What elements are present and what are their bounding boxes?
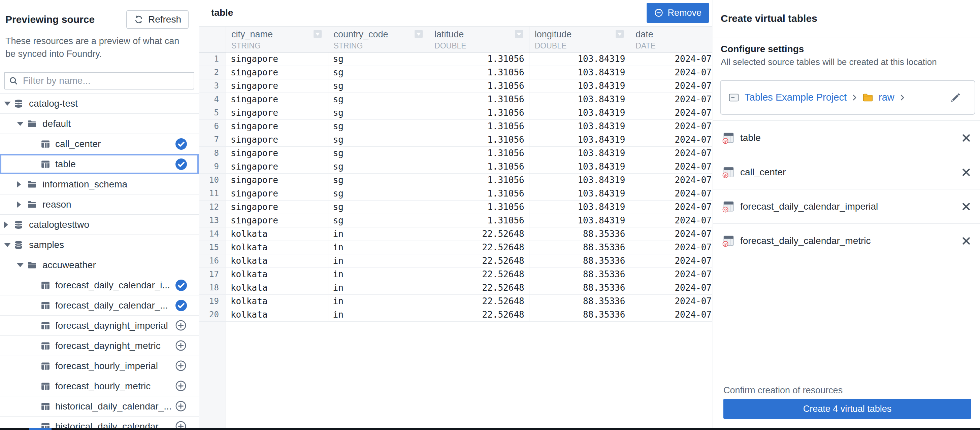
cell-country_code: in: [328, 268, 430, 281]
folder-icon: [862, 92, 873, 103]
tree-item-information-schema[interactable]: information_schema: [0, 174, 199, 194]
table-row: 4singaporesg1.31056103.843192024-07: [199, 93, 712, 106]
cell-longitude: 103.84319: [530, 200, 630, 214]
tree-item-default[interactable]: default: [0, 113, 199, 133]
table-icon: [40, 401, 51, 411]
table-row: 18kolkatain22.5264888.353362024-07: [199, 281, 712, 295]
cell-country_code: in: [328, 295, 430, 308]
tree-item-forecast-hourly-metric[interactable]: forecast_hourly_metric: [0, 376, 199, 396]
tree-item-historical-daily-calendar-[interactable]: historical_daily_calendar_...: [0, 396, 199, 416]
add-table-icon[interactable]: [175, 421, 187, 428]
caret-down-icon[interactable]: [4, 102, 11, 106]
pencil-icon: [950, 92, 961, 103]
cell-country_code: in: [328, 281, 430, 294]
project-icon: [728, 92, 740, 103]
column-filter-icon[interactable]: [313, 30, 321, 38]
cell-date: 2024-07: [630, 227, 712, 241]
selected-check-icon[interactable]: [175, 279, 187, 291]
cell-country_code: sg: [328, 214, 430, 227]
selected-check-icon[interactable]: [175, 138, 187, 150]
tree-item-call-center[interactable]: call_center: [0, 133, 199, 154]
column-filter-icon[interactable]: [616, 30, 624, 38]
cell-latitude: 1.31056: [429, 160, 530, 173]
caret-down-icon[interactable]: [4, 243, 11, 247]
row-number: 15: [199, 241, 226, 254]
caret-down-icon[interactable]: [17, 122, 24, 126]
tree-item-reason[interactable]: reason: [0, 194, 199, 214]
remove-table-button[interactable]: [961, 202, 971, 212]
tree-item-table[interactable]: table: [0, 154, 199, 174]
add-table-icon[interactable]: [175, 401, 187, 412]
row-number-header: [199, 27, 226, 52]
tree-item-accuweather[interactable]: accuweather: [0, 255, 199, 275]
add-table-icon[interactable]: [175, 340, 187, 352]
cell-date: 2024-07: [630, 147, 712, 160]
tree-item-label: reason: [43, 199, 72, 210]
create-virtual-tables-button[interactable]: Create 4 virtual tables: [723, 399, 971, 419]
create-virtual-tables-panel: Create virtual tables Configure settings…: [713, 0, 980, 428]
table-icon: [40, 139, 51, 149]
remove-table-button[interactable]: [961, 133, 971, 143]
folder-icon: [27, 119, 37, 129]
tree-item-forecast-hourly-imperial[interactable]: forecast_hourly_imperial: [0, 355, 199, 376]
selected-check-icon[interactable]: [175, 159, 187, 170]
row-number: 19: [199, 295, 226, 308]
remove-table-button[interactable]: [961, 236, 971, 246]
cell-city_name: singapore: [226, 66, 328, 79]
tree-item-label: default: [43, 119, 71, 129]
caret-right-icon[interactable]: [17, 181, 21, 188]
filter-input[interactable]: [22, 75, 194, 86]
selected-check-icon[interactable]: [175, 300, 187, 311]
table-row: 2singaporesg1.31056103.843192024-07: [199, 66, 712, 79]
table-icon: [40, 321, 51, 331]
caret-down-icon[interactable]: [17, 263, 24, 267]
location-card: Tables Example Project raw: [720, 80, 975, 115]
cell-longitude: 88.35336: [530, 268, 630, 281]
breadcrumb-folder-link[interactable]: raw: [879, 92, 894, 103]
cell-date: 2024-07: [630, 52, 712, 66]
tree-item-catalog-test[interactable]: catalog-test: [0, 93, 199, 113]
table-icon: [40, 381, 51, 391]
chevron-right-icon: [899, 93, 905, 102]
caret-right-icon[interactable]: [17, 201, 21, 208]
column-header-country_code: country_codeSTRING: [328, 27, 429, 52]
remove-button[interactable]: Remove: [647, 3, 709, 23]
cell-city_name: singapore: [226, 187, 328, 200]
column-filter-icon[interactable]: [415, 30, 423, 38]
cell-date: 2024-07: [630, 308, 712, 321]
column-header-date: dateDATE: [630, 27, 712, 52]
tree-item-forecast-daily-calendar-[interactable]: forecast_daily_calendar_...: [0, 295, 199, 315]
tree-item-forecast-daynight-metric[interactable]: forecast_daynight_metric: [0, 335, 199, 355]
cell-latitude: 22.52648: [429, 241, 530, 254]
cell-date: 2024-07: [630, 93, 712, 106]
cell-longitude: 103.84319: [530, 174, 630, 187]
tree-item-label: catalog-test: [29, 98, 78, 109]
row-number: 17: [199, 268, 226, 281]
cell-date: 2024-07: [630, 214, 712, 227]
search-icon: [5, 76, 18, 86]
column-filter-icon[interactable]: [515, 30, 523, 38]
add-table-icon[interactable]: [175, 360, 187, 372]
refresh-button[interactable]: Refresh: [126, 10, 189, 29]
tree-item-catalogtesttwo[interactable]: catalogtesttwo: [0, 214, 199, 235]
tree-item-samples[interactable]: samples: [0, 235, 199, 255]
table-icon: [40, 361, 51, 371]
source-description: These resources are a preview of what ca…: [5, 35, 189, 60]
tree-item-historical-daily-calendar[interactable]: historical_daily_calendar: [0, 416, 199, 428]
cell-latitude: 22.52648: [429, 281, 530, 294]
add-table-icon[interactable]: [175, 381, 187, 392]
chevron-right-icon: [852, 93, 857, 102]
cell-city_name: singapore: [226, 106, 328, 119]
cell-date: 2024-07: [630, 295, 712, 308]
breadcrumb-project-link[interactable]: Tables Example Project: [745, 92, 846, 103]
cell-city_name: kolkata: [226, 308, 328, 321]
add-table-icon[interactable]: [175, 320, 187, 332]
bottom-scrollbar-thumb[interactable]: [29, 428, 51, 430]
edit-location-button[interactable]: [950, 92, 961, 103]
tree-item-forecast-daily-calendar-i-[interactable]: forecast_daily_calendar_i...: [0, 275, 199, 295]
cell-country_code: sg: [328, 79, 430, 92]
tree-item-forecast-daynight-imperial[interactable]: forecast_daynight_imperial: [0, 315, 199, 335]
caret-right-icon[interactable]: [4, 221, 8, 228]
cell-city_name: singapore: [226, 160, 328, 173]
remove-table-button[interactable]: [961, 167, 971, 177]
